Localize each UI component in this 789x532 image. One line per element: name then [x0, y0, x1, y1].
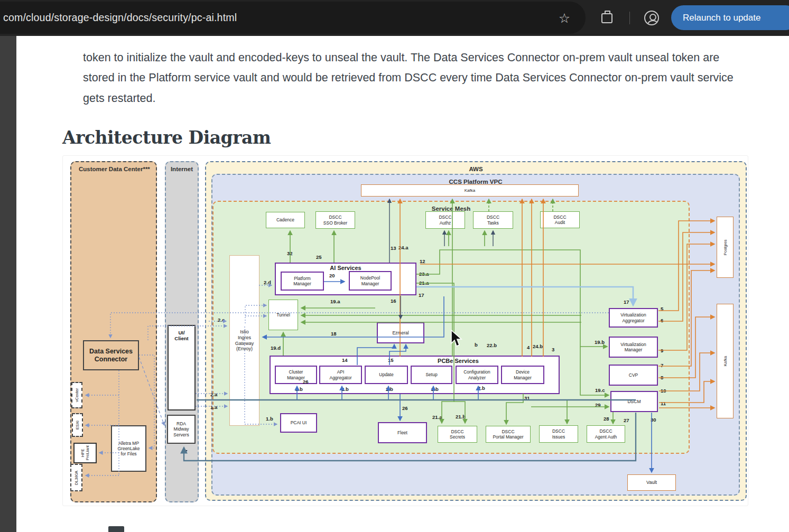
browser-window: com/cloud/storage-design/docs/security/p… [0, 0, 789, 532]
diagram-connectors [0, 0, 789, 532]
mouse-cursor [450, 330, 464, 348]
